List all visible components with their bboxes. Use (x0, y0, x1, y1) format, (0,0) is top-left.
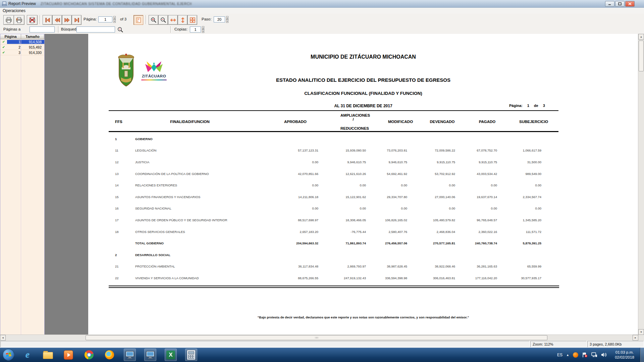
vertical-scroll-thumb[interactable] (639, 41, 644, 71)
spin-up-icon[interactable]: ▲ (113, 16, 116, 19)
minimize-button[interactable] (605, 1, 614, 7)
spin-down-icon[interactable]: ▼ (113, 19, 116, 23)
taskbar-item-media-player[interactable] (62, 349, 74, 361)
fit-page-button[interactable] (187, 15, 197, 25)
cell-finalidad: LEGISLACIÓN (129, 148, 250, 152)
scroll-up-icon[interactable]: ▲ (638, 34, 644, 40)
action-center-flag-icon[interactable] (582, 352, 588, 358)
cell-value: 0.00 (455, 206, 497, 210)
taskbar-item-app-window-2[interactable] (144, 349, 156, 361)
cell-value: 30,577,935.17 (497, 276, 541, 280)
print-button[interactable] (3, 15, 14, 25)
spin-up-icon[interactable]: ▲ (226, 16, 228, 19)
language-indicator[interactable]: ES (557, 353, 562, 357)
spin-down-icon[interactable]: ▼ (202, 29, 204, 33)
taskbar-item-internet-explorer[interactable]: e (21, 349, 34, 361)
vertical-scrollbar[interactable]: ▲ ▼ (638, 34, 644, 335)
taskbar-item-app-window-1[interactable] (124, 349, 136, 361)
calculator-icon (187, 350, 196, 360)
network-tray-icon[interactable] (591, 352, 597, 357)
maximize-button[interactable] (615, 1, 625, 7)
paginas-a-input[interactable] (30, 26, 55, 33)
clock-date: 02/02/2018 (610, 355, 639, 360)
scroll-left-icon[interactable]: ◄ (0, 335, 6, 341)
cell-ffs: 16 (109, 206, 129, 210)
paso-input[interactable] (214, 16, 225, 22)
taskbar-item-explorer[interactable] (42, 349, 54, 361)
cell-value: 12,621,610.26 (318, 172, 366, 176)
titlebar[interactable]: Report Preview ZITACUARO MICHOACAN SISTE… (0, 0, 644, 8)
pagina-label: Página: (84, 17, 97, 21)
copias-input[interactable] (190, 26, 201, 33)
volume-tray-icon[interactable] (601, 352, 607, 357)
cell-value: 9,946,610.75 (318, 160, 366, 164)
horizontal-scroll-thumb[interactable] (86, 335, 547, 340)
cell-value: 204,594,663.32 (250, 241, 318, 245)
table-body: 1GOBIERNO11LEGISLACIÓN57,137,123.3115,93… (109, 133, 558, 284)
cell-value: 0.00 (497, 206, 541, 210)
taskbar-clock[interactable]: 01:03 p.m. 02/02/2018 (610, 350, 639, 360)
pagina-input[interactable] (98, 16, 112, 22)
table-row: 14RELACIONES EXTERIORES0.000.000.000.000… (109, 179, 558, 191)
report-doc-date: AL 31 DE DICIEMBRE DE 2017 (88, 104, 638, 108)
first-page-button[interactable] (43, 15, 52, 25)
page-list-row[interactable]: ✔1914,508 (0, 39, 44, 45)
cell-finalidad: ASUNTOS DE ORDEN PÚBLICO Y DE SEGURIDAD … (129, 218, 250, 222)
taskbar-item-chrome[interactable] (83, 349, 95, 361)
page-list-row[interactable]: ✔3914,330 (0, 50, 44, 55)
page-list-row[interactable]: ✔2915,492 (0, 45, 44, 50)
cell-value: 18,308,466.05 (318, 218, 366, 222)
horizontal-scrollbar[interactable]: ◄ ► (0, 335, 638, 341)
table-top-rule (109, 110, 558, 111)
cell-value: 42,070,851.66 (250, 172, 318, 176)
printer-icon (5, 17, 12, 23)
spin-down-icon[interactable]: ▼ (226, 19, 228, 23)
busqueda-label: Búsqued (61, 27, 76, 31)
table-header-row: FFS FINALIDAD/FUNCION APROBADO AMPLIACIO… (109, 112, 558, 131)
taskbar-item-excel[interactable]: X (165, 349, 177, 361)
pagina-spinner[interactable]: ▲ ▼ (112, 16, 117, 22)
fit-height-button[interactable] (178, 15, 187, 25)
header-ampliaciones-line1: AMPLIACIONES / (340, 113, 366, 121)
tray-expand-icon[interactable]: ▲ (566, 353, 569, 357)
column-header-pagina[interactable]: Página (0, 34, 21, 39)
copias-spinner[interactable]: ▲ ▼ (201, 26, 205, 33)
window-icon (2, 1, 7, 6)
paso-spinner[interactable]: ▲ ▼ (225, 16, 229, 22)
menu-operaciones[interactable]: Operaciones (0, 8, 28, 13)
thumbnails-toggle-button[interactable]: 12 3 (133, 15, 143, 25)
windows-flag-icon (6, 352, 11, 357)
close-button[interactable] (625, 1, 635, 7)
table-row: 13COORDINACIÓN DE LA POLÍTICA DE GOBIERN… (109, 168, 558, 180)
cell-value: 38,922,068.46 (407, 264, 455, 268)
cell-ffs: 13 (109, 172, 129, 176)
table-row: 17ASUNTOS DE ORDEN PÚBLICO Y DE SEGURIDA… (109, 214, 558, 226)
antivirus-tray-icon[interactable] (573, 352, 578, 358)
taskbar-item-firefox[interactable] (103, 349, 115, 361)
taskbar-item-calculator[interactable] (185, 349, 197, 361)
spin-up-icon[interactable]: ▲ (202, 26, 204, 29)
scroll-down-icon[interactable]: ▼ (638, 329, 644, 335)
scroll-right-icon[interactable]: ► (633, 335, 638, 341)
excel-icon: X (166, 351, 175, 359)
last-page-button[interactable] (72, 15, 82, 25)
start-button[interactable] (3, 349, 14, 361)
table-row: TOTAL GOBIERNO204,594,663.3271,861,893.7… (109, 237, 558, 249)
cancel-print-button[interactable] (27, 15, 38, 25)
cell-finalidad: PROTECCIÓN AMBIENTAL (129, 264, 250, 268)
table-row: 1GOBIERNO (109, 133, 558, 145)
table-row: 11LEGISLACIÓN57,137,123.3115,939,080.507… (109, 145, 558, 157)
zoom-in-button[interactable] (149, 15, 158, 25)
previous-page-button[interactable] (52, 15, 62, 25)
cell-value: -76,775.44 (318, 230, 366, 234)
busqueda-input[interactable] (76, 26, 115, 33)
fit-width-button[interactable] (168, 15, 178, 25)
zoom-out-button[interactable] (158, 15, 168, 25)
header-finalidad: FINALIDAD/FUNCION (129, 120, 250, 124)
column-header-tamano[interactable]: Tamaño (21, 34, 44, 39)
status-pages-info: 3 pages, 2,680.0Kb (587, 341, 644, 347)
show-desktop-button[interactable] (640, 348, 644, 362)
search-button[interactable]: ? (117, 26, 123, 33)
next-page-button[interactable] (62, 15, 72, 25)
print-current-page-button[interactable]: 1 (14, 15, 24, 25)
